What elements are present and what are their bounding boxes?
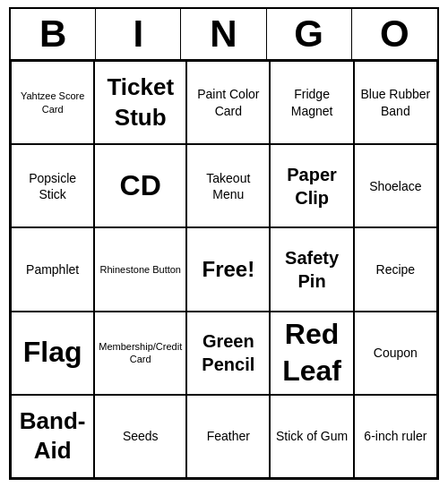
bingo-cell[interactable]: Pamphlet: [11, 227, 94, 311]
cell-text: Yahtzee Score Card: [15, 90, 90, 115]
cell-text: Free!: [202, 255, 254, 283]
bingo-cell[interactable]: Green Pencil: [186, 312, 270, 395]
bingo-cell[interactable]: Coupon: [354, 312, 437, 395]
cell-text: Safety Pin: [274, 246, 349, 293]
bingo-cell[interactable]: Stick of Gum: [270, 395, 353, 478]
cell-text: Popsicle Stick: [15, 170, 90, 202]
bingo-cell[interactable]: CD: [94, 144, 186, 227]
cell-text: Rhinestone Button: [99, 263, 181, 276]
cell-text: Red Leaf: [274, 316, 349, 390]
bingo-cell[interactable]: Takeout Menu: [186, 144, 270, 227]
bingo-cell[interactable]: Blue Rubber Band: [354, 61, 437, 144]
cell-text: Feather: [207, 428, 250, 444]
bingo-cell[interactable]: Shoelace: [354, 144, 437, 227]
cell-text: Shoelace: [369, 178, 421, 194]
bingo-letter: O: [352, 9, 437, 59]
cell-text: Membership/Credit Card: [99, 340, 182, 366]
cell-text: Green Pencil: [191, 329, 265, 376]
bingo-cell[interactable]: 6-inch ruler: [354, 395, 437, 478]
cell-text: Ticket Stub: [99, 73, 182, 133]
cell-text: Band-Aid: [15, 406, 90, 467]
bingo-cell[interactable]: Red Leaf: [270, 312, 353, 395]
bingo-cell[interactable]: Membership/Credit Card: [94, 312, 186, 395]
bingo-card: BINGO Yahtzee Score CardTicket StubPaint…: [9, 7, 439, 480]
bingo-letter: N: [181, 9, 266, 59]
cell-text: Recipe: [376, 261, 416, 278]
bingo-cell[interactable]: Ticket Stub: [94, 61, 186, 144]
bingo-grid: Yahtzee Score CardTicket StubPaint Color…: [11, 61, 437, 478]
bingo-cell[interactable]: Free!: [186, 227, 270, 311]
bingo-cell[interactable]: Fridge Magnet: [270, 61, 353, 144]
bingo-cell[interactable]: Band-Aid: [11, 395, 94, 478]
bingo-cell[interactable]: Seeds: [94, 395, 186, 478]
cell-text: Seeds: [123, 428, 159, 444]
bingo-letter: G: [267, 9, 352, 59]
bingo-cell[interactable]: Flag: [11, 312, 94, 395]
cell-text: Blue Rubber Band: [358, 86, 433, 118]
cell-text: Paper Clip: [274, 163, 349, 209]
bingo-letter: B: [11, 9, 96, 59]
cell-text: Flag: [23, 334, 82, 372]
bingo-header: BINGO: [11, 9, 437, 61]
cell-text: 6-inch ruler: [364, 428, 426, 444]
cell-text: Paint Color Card: [191, 86, 265, 118]
bingo-cell[interactable]: Yahtzee Score Card: [11, 61, 94, 144]
cell-text: Pamphlet: [26, 261, 79, 278]
bingo-letter: I: [96, 9, 181, 59]
bingo-cell[interactable]: Recipe: [354, 227, 437, 311]
cell-text: Fridge Magnet: [274, 86, 349, 118]
cell-text: Stick of Gum: [276, 428, 348, 444]
bingo-cell[interactable]: Paper Clip: [270, 144, 353, 227]
cell-text: Coupon: [374, 345, 418, 361]
bingo-cell[interactable]: Popsicle Stick: [11, 144, 94, 227]
bingo-cell[interactable]: Paint Color Card: [186, 61, 270, 144]
bingo-cell[interactable]: Safety Pin: [270, 227, 353, 311]
bingo-cell[interactable]: Rhinestone Button: [94, 227, 186, 311]
cell-text: Takeout Menu: [191, 170, 265, 202]
cell-text: CD: [120, 167, 161, 205]
bingo-cell[interactable]: Feather: [186, 395, 270, 478]
